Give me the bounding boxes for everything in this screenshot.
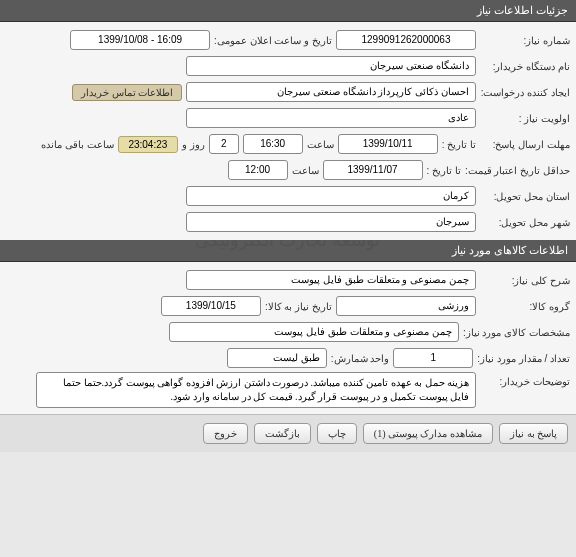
desc-field [186, 270, 476, 290]
exit-button[interactable]: خروج [203, 423, 248, 444]
public-announce-field [70, 30, 210, 50]
group-field [336, 296, 476, 316]
need-date-label: تاریخ نیاز به کالا: [265, 301, 332, 312]
section2-body: شرح کلی نیاز: گروه کالا: تاریخ نیاز به ک… [0, 262, 576, 414]
qty-label: تعداد / مقدار مورد نیاز: [477, 353, 570, 364]
need-no-field [336, 30, 476, 50]
notes-label: توضیحات خریدار: [480, 372, 570, 387]
deadline-time-field [243, 134, 303, 154]
province-label: استان محل تحویل: [480, 191, 570, 202]
to-date-label-2: تا تاریخ : [427, 165, 461, 176]
spec-label: مشخصات کالای مورد نیاز: [463, 327, 570, 338]
days-label: روز و [182, 139, 205, 150]
desc-label: شرح کلی نیاز: [480, 275, 570, 286]
days-field [209, 134, 239, 154]
unit-field [227, 348, 327, 368]
city-label: شهر محل تحویل: [480, 217, 570, 228]
countdown-field: 23:04:23 [118, 136, 178, 153]
section2-header: اطلاعات کالاهای مورد نیاز [0, 240, 576, 262]
unit-label: واحد شمارش: [331, 353, 390, 364]
section1-body: شماره نیاز: تاریخ و ساعت اعلان عمومی: نا… [0, 22, 576, 240]
section1-header: جزئیات اطلاعات نیاز [0, 0, 576, 22]
validity-label: حداقل تاریخ اعتبار قیمت: [465, 165, 570, 176]
deadline-label: مهلت ارسال پاسخ: [480, 139, 570, 150]
buyer-label: نام دستگاه خریدار: [480, 61, 570, 72]
reply-button[interactable]: پاسخ به نیاز [499, 423, 568, 444]
time-label-1: ساعت [307, 139, 334, 150]
print-button[interactable]: چاپ [317, 423, 357, 444]
validity-time-field [228, 160, 288, 180]
requester-field [186, 82, 476, 102]
province-field [186, 186, 476, 206]
to-date-label: تا تاریخ : [442, 139, 476, 150]
deadline-date-field [338, 134, 438, 154]
group-label: گروه کالا: [480, 301, 570, 312]
contact-buyer-link[interactable]: اطلاعات تماس خریدار [72, 84, 182, 101]
back-button[interactable]: بازگشت [254, 423, 311, 444]
need-date-field [161, 296, 261, 316]
notes-field: هزینه حمل به عهده تامین کننده میباشد. در… [36, 372, 476, 408]
attachments-button[interactable]: مشاهده مدارک پیوستی (1) [363, 423, 493, 444]
requester-label: ایجاد کننده درخواست: [480, 87, 570, 98]
validity-date-field [323, 160, 423, 180]
remain-label: ساعت باقی مانده [41, 139, 114, 150]
city-field [186, 212, 476, 232]
public-announce-label: تاریخ و ساعت اعلان عمومی: [214, 35, 332, 46]
buttons-row: پاسخ به نیاز مشاهده مدارک پیوستی (1) چاپ… [0, 414, 576, 452]
need-no-label: شماره نیاز: [480, 35, 570, 46]
priority-label: اولویت نیاز : [480, 113, 570, 124]
time-label-2: ساعت [292, 165, 319, 176]
spec-field [169, 322, 459, 342]
priority-field [186, 108, 476, 128]
buyer-field [186, 56, 476, 76]
qty-field [393, 348, 473, 368]
